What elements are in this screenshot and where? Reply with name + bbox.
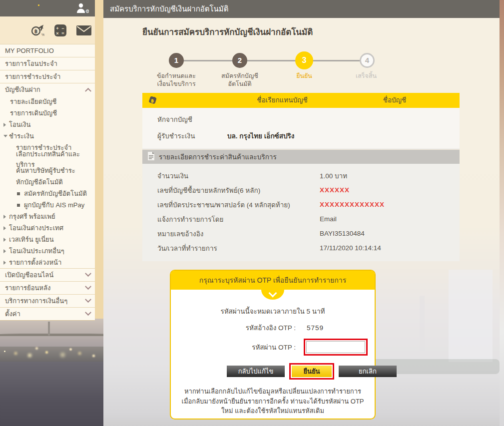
- column-account-alias: ชื่อเรียกแทนบัญชี: [232, 93, 332, 108]
- square-bullet-icon: [17, 192, 20, 195]
- baht-tag-icon: ฿: [147, 95, 158, 108]
- photo-tower: [420, 296, 425, 351]
- row-label: แจ้งการทำรายการโดย: [142, 214, 320, 225]
- svg-text:฿: ฿: [151, 98, 154, 103]
- account-section: ฿ ชื่อเรียกแทนบัญชี ชื่อบัญชี หักจากบัญช…: [142, 93, 460, 149]
- table-row: หมายเลขอ้างอิง BAYI35130484: [142, 226, 460, 241]
- photo-bridge: [0, 334, 103, 336]
- sidebar-item-settings[interactable]: ตั้งค่า: [0, 307, 95, 320]
- arrow-right-icon: [3, 123, 9, 127]
- row-label: วัน/เวลาที่ทำรายการ: [142, 243, 320, 254]
- otp-reference-value: 5759: [307, 324, 324, 332]
- sidebar-toolbar: ฿ % + − × =: [0, 16, 95, 44]
- chevron-down-icon: [85, 270, 91, 277]
- otp-password-input[interactable]: [306, 341, 365, 353]
- arrow-right-icon: [3, 215, 9, 219]
- payment-details-header: รายละเอียดการชำระค่าสินค้าและบริการ: [142, 150, 460, 164]
- chevron-down-icon: [269, 289, 277, 298]
- sidebar-item-recurring-transfer[interactable]: รายการโอนประจำ: [0, 57, 95, 70]
- otp-expiry-text: รหัสผ่านนี้จะหมดเวลาภายใน 5 นาที: [171, 306, 375, 317]
- page-title: ยืนยันการสมัครบริการหักบัญชีเงินฝากอัตโน…: [142, 25, 313, 38]
- row-value: BAYI35130484: [320, 230, 365, 237]
- currency-exchange-icon[interactable]: ฿ %: [30, 24, 44, 37]
- sidebar-item-account-statement[interactable]: รายการเดินบัญชี: [0, 107, 95, 119]
- sidebar-item-my-portfolio[interactable]: MY PORTFOLIO: [0, 44, 95, 57]
- sidebar-item-western-union[interactable]: เวสเทิร์น ยูเนี่ยน: [0, 234, 95, 245]
- sidebar-item-recurring-payment[interactable]: รายการชำระประจำ: [0, 70, 95, 83]
- chevron-down-icon: [85, 296, 91, 303]
- otp-dialog: กรุณาระบุรหัสผ่าน OTP เพื่อยืนยันการทำรา…: [170, 270, 376, 420]
- step-4-circle: 4: [360, 53, 375, 68]
- row-value-masked: XXXXXX: [320, 186, 350, 194]
- stepper-track: [176, 60, 366, 61]
- row-value: Email: [320, 215, 337, 223]
- payment-details-section: รายละเอียดการชำระค่าสินค้าและบริการ จำนว…: [142, 150, 460, 261]
- menu-icon[interactable]: [8, 26, 21, 35]
- row-label: เลขที่บัญชีซื้อขายหลักทรัพย์(6 หลัก): [142, 185, 320, 196]
- table-row: เลขที่บัตรประชาชน/พาสปอร์ต (4 หลักสุดท้า…: [142, 197, 460, 212]
- sidebar-item-apply-direct-debit[interactable]: สมัครหักบัญชีอัตโนมัติ: [0, 188, 95, 199]
- sidebar-item-account-details[interactable]: รายละเอียดบัญชี: [0, 96, 95, 107]
- chevron-down-icon: [85, 309, 91, 316]
- main-topbar-title: สมัครบริการหักบัญชีเงินฝากอัตโนมัติ: [103, 0, 500, 18]
- square-bullet-icon: [17, 204, 20, 207]
- sidebar-item-other-financial-services[interactable]: บริการทางการเงินอื่นๆ: [0, 294, 95, 307]
- row-value: 1.00 บาท: [320, 170, 347, 181]
- sidebar-item-other-transfer[interactable]: โอนเงินประเภทอื่นๆ: [0, 245, 95, 257]
- sidebar-item-payment[interactable]: ชำระเงิน: [0, 130, 95, 142]
- otp-buttons: กลับไปแก้ไข ยืนยัน ยกเลิก: [227, 363, 375, 380]
- row-label: หักจากบัญชี: [142, 114, 227, 125]
- back-to-edit-button[interactable]: กลับไปแก้ไข: [227, 366, 285, 377]
- sidebar-item-scheduled-transactions[interactable]: รายการตั้งล่วงหน้า: [0, 257, 95, 268]
- svg-text:+: +: [56, 26, 58, 31]
- mail-icon[interactable]: [76, 25, 91, 35]
- calculator-icon[interactable]: + − × =: [54, 24, 67, 37]
- payment-details-body: จำนวนเงิน 1.00 บาท เลขที่บัญชีซื้อขายหลั…: [142, 164, 460, 261]
- confirm-button[interactable]: ยืนยัน: [292, 366, 332, 377]
- sidebar-header: ⚙: [0, 0, 95, 16]
- step-4-label: เสร็จสิ้น: [334, 72, 399, 80]
- photo-water: [0, 362, 103, 426]
- row-label: จำนวนเงิน: [142, 170, 320, 181]
- table-row: วัน/เวลาที่ทำรายการ 17/11/2020 10:14:14: [142, 241, 460, 255]
- photo-building: [449, 270, 493, 362]
- sidebar-menu: MY PORTFOLIO รายการโอนประจำ รายการชำระปร…: [0, 44, 95, 321]
- chevron-down-icon: [85, 283, 91, 290]
- svg-text:%: %: [41, 33, 44, 36]
- progress-stepper: 1 2 3 4 ข้อกำหนดและ เงื่อนไขบริการ สมัคร…: [103, 48, 500, 93]
- table-row: จำนวนเงิน 1.00 บาท: [142, 168, 460, 183]
- sidebar-item-open-account-online[interactable]: เปิดบัญชีออนไลน์: [0, 268, 95, 281]
- photo-shore: [0, 347, 103, 362]
- sidebar-item-direct-debit[interactable]: หักบัญชีอัตโนมัติ: [0, 176, 95, 188]
- annotation-box-input: [304, 339, 368, 356]
- row-value: บล. กรุงไทย เอ็กซ์สปริง: [227, 130, 294, 141]
- sidebar-item-deposit-account[interactable]: บัญชีเงินฝาก: [0, 83, 95, 96]
- user-settings-icon[interactable]: ⚙: [76, 2, 89, 15]
- sidebar-item-link-ais-mpay[interactable]: ผูกบัญชีกับ AIS mPay: [0, 199, 95, 211]
- step-2-label: สมัครหักบัญชี อัตโนมัติ: [207, 72, 272, 88]
- table-row: เลขที่บัญชีซื้อขายหลักทรัพย์(6 หลัก) XXX…: [142, 183, 460, 197]
- otp-password-label: รหัสผ่าน OTP :: [171, 342, 296, 353]
- sidebar-item-transfer[interactable]: โอนเงิน: [0, 119, 95, 130]
- sidebar-item-select-product-type[interactable]: เลือกประเภทสินค้าและบริการ: [0, 153, 95, 165]
- logo-dot: [38, 4, 39, 6]
- svg-text:×: ×: [56, 31, 58, 36]
- account-section-header: ฿ ชื่อเรียกแทนบัญชี ชื่อบัญชี: [142, 93, 460, 108]
- column-account-name: ชื่อบัญชี: [355, 93, 435, 108]
- table-row: แจ้งการทำรายการโดย Email: [142, 212, 460, 226]
- step-3-label: ยืนยัน: [272, 72, 337, 80]
- sidebar-item-krungsri-promptpay[interactable]: กรุงศรี พร้อมเพย์: [0, 211, 95, 222]
- arrow-down-icon: [3, 135, 9, 137]
- row-label: หมายเลขอ้างอิง: [142, 228, 320, 239]
- sidebar-item-international-transfer[interactable]: โอนเงินต่างประเทศ: [0, 222, 95, 234]
- otp-dialog-title: กรุณาระบุรหัสผ่าน OTP เพื่อยืนยันการทำรา…: [171, 271, 375, 290]
- table-row: ผู้รับชำระเงิน บล. กรุงไทย เอ็กซ์สปริง: [142, 127, 460, 144]
- otp-reference-label: รหัสอ้างอิง OTP :: [171, 322, 296, 333]
- account-section-body: หักจากบัญชี ผู้รับชำระเงิน บล. กรุงไทย เ…: [142, 108, 460, 149]
- sidebar-item-transaction-history[interactable]: รายการย้อนหลัง: [0, 281, 95, 294]
- annotation-box-confirm: ยืนยัน: [289, 363, 334, 380]
- cancel-button[interactable]: ยกเลิก: [339, 366, 397, 377]
- otp-note-line: เมื่อกลับมายังหน้ายืนยันรายการอีกครั้ง ท…: [171, 397, 375, 407]
- document-icon: [147, 152, 155, 162]
- main-content: ยืนยันการสมัครบริการหักบัญชีเงินฝากอัตโน…: [103, 18, 500, 426]
